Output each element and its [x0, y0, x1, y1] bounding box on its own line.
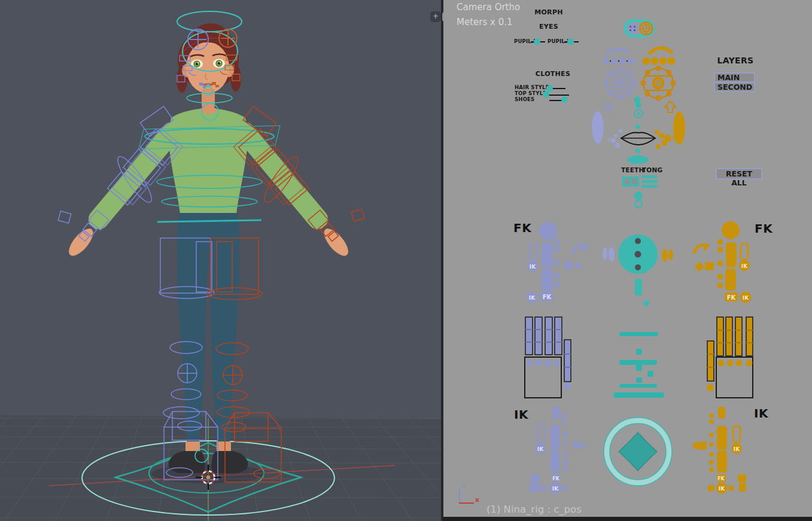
svg-text:FK: FK: [717, 476, 725, 482]
viewport-rig-picker[interactable]: IK IK FK: [443, 0, 812, 521]
picker-brow-segments-left[interactable]: [603, 58, 635, 65]
picker-jaw-controls[interactable]: [634, 191, 643, 208]
axis-gizmo-z-label: z: [462, 482, 466, 489]
view-mode-text: Camera Ortho: [457, 2, 520, 13]
ik-right-section-label: IK: [754, 406, 768, 421]
morph-section-title: MORPH: [527, 8, 570, 16]
svg-text:IK: IK: [734, 446, 740, 452]
svg-text:IK: IK: [743, 295, 749, 301]
top-style-track: [549, 95, 569, 96]
picker-teeth-control[interactable]: [622, 176, 639, 187]
svg-text:FK: FK: [552, 476, 559, 482]
picker-cheek-arrow-right[interactable]: [665, 101, 676, 112]
scene-3d: [0, 0, 441, 521]
picker-mouth-control[interactable]: [609, 129, 677, 149]
picker-eye-right-control[interactable]: [641, 66, 676, 100]
picker-nose-controls[interactable]: [634, 102, 643, 129]
layer-main-button[interactable]: MAIN: [714, 72, 755, 83]
blender-window: + +: [0, 0, 812, 521]
picker-brow-segments-right[interactable]: [643, 57, 676, 65]
units-scale-text: Meters x 0.1: [457, 17, 513, 28]
svg-text:IK: IK: [552, 486, 559, 492]
shoes-slider[interactable]: [561, 96, 568, 103]
picker-arm-left-fk[interactable]: IK IK FK: [527, 222, 587, 303]
axis-gizmo-x-label: x: [475, 496, 479, 504]
axis-gizmo-x-line: [459, 502, 474, 504]
picker-tongue-control[interactable]: [641, 175, 658, 188]
pupil-l-slider[interactable]: [567, 38, 574, 45]
picker-cheek-arrow-left[interactable]: [604, 102, 613, 111]
top-style-label: TOP STYLE: [515, 90, 546, 96]
layer-second-button[interactable]: SECOND: [714, 82, 755, 92]
picker-hand-left[interactable]: [525, 317, 571, 398]
picker-nose-bridge-dot[interactable]: [634, 97, 641, 103]
layers-section-title: LAYERS: [711, 56, 759, 65]
window-bottom-edge: [443, 517, 812, 521]
svg-text:IK: IK: [529, 295, 536, 301]
picker-graphics: IK IK FK: [443, 0, 812, 521]
viewport-3d[interactable]: [0, 0, 441, 521]
ik-left-section-label: IK: [514, 407, 528, 422]
svg-text:IK: IK: [741, 263, 748, 269]
shoes-label: SHOES: [515, 96, 534, 102]
picker-chin-controls[interactable]: [627, 148, 649, 164]
picker-cheek-left-control[interactable]: [592, 111, 604, 144]
picker-eye-left-control[interactable]: [604, 68, 636, 99]
svg-text:IK: IK: [719, 486, 725, 492]
picker-brow-left-control[interactable]: [607, 49, 628, 53]
picker-hip-controls[interactable]: [613, 332, 664, 398]
active-object-status: (1) Nina_rig : c_pos: [486, 504, 582, 515]
picker-eyes-master-control[interactable]: [625, 21, 653, 36]
picker-hand-right[interactable]: [707, 317, 753, 398]
axis-gizmo-z-line: [459, 489, 460, 504]
svg-text:IK: IK: [530, 264, 536, 270]
reset-all-button[interactable]: RESET ALL: [716, 168, 762, 179]
svg-text:IK: IK: [537, 446, 544, 452]
top-style-slider[interactable]: [543, 91, 549, 98]
hair-style-track: [551, 88, 565, 89]
svg-text:FK: FK: [543, 294, 552, 300]
picker-brow-right-control[interactable]: [650, 48, 671, 53]
tong-label: TONG: [642, 166, 662, 173]
picker-leg-left-ik[interactable]: IK FK IK: [530, 407, 586, 494]
hair-style-slider[interactable]: [546, 85, 553, 92]
eyes-heading: EYES: [527, 23, 570, 31]
region-split-handle-left[interactable]: +: [430, 11, 441, 22]
fk-left-section-label: FK: [513, 221, 531, 235]
teeth-label: TEETH: [621, 166, 644, 173]
pupil-r-slider[interactable]: [534, 38, 540, 45]
fk-right-section-label: FK: [755, 221, 773, 236]
picker-leg-right-ik[interactable]: IK FK IK: [692, 407, 746, 494]
picker-arm-right-fk[interactable]: IK IK FK: [694, 221, 752, 303]
clothes-section-title: CLOTHES: [533, 70, 573, 78]
hair-style-label: HAIR STYLE: [515, 84, 549, 90]
picker-root-control[interactable]: [604, 418, 672, 486]
picker-spine-control[interactable]: [603, 234, 673, 306]
svg-text:FK: FK: [727, 294, 737, 301]
